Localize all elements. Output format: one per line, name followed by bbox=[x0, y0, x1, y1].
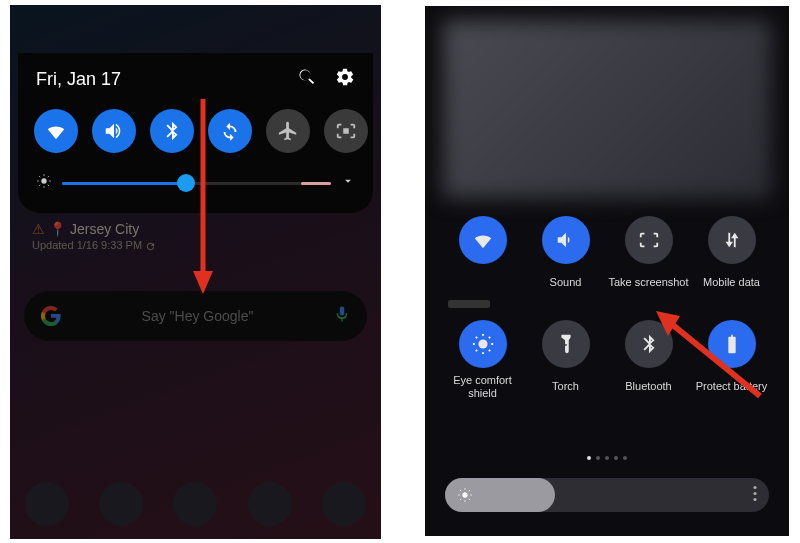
svg-point-6 bbox=[753, 486, 756, 489]
tile-label: Torch bbox=[552, 374, 579, 400]
screenrecord-tile[interactable] bbox=[324, 109, 368, 153]
tile-label: Mobile data bbox=[703, 270, 760, 296]
quicksettings-panel[interactable]: Fri, Jan 17 bbox=[18, 53, 373, 213]
qs-date[interactable]: Fri, Jan 17 bbox=[36, 69, 121, 90]
tile-label: Take screenshot bbox=[608, 270, 688, 296]
sound-tile[interactable]: Sound bbox=[524, 216, 607, 296]
expand-icon[interactable] bbox=[341, 174, 355, 192]
airplane-tile[interactable] bbox=[266, 109, 310, 153]
wifi-icon bbox=[472, 229, 494, 251]
wifi-tile[interactable] bbox=[441, 216, 524, 296]
autorotate-tile[interactable] bbox=[208, 109, 252, 153]
svg-point-1 bbox=[41, 178, 46, 183]
bluetooth-icon bbox=[638, 333, 660, 355]
brightness-icon bbox=[457, 487, 473, 503]
wifi-tile[interactable] bbox=[34, 109, 78, 153]
brightness-low-icon bbox=[36, 173, 52, 193]
brightness-thumb[interactable] bbox=[177, 174, 195, 192]
brightness-slider[interactable] bbox=[445, 478, 769, 512]
left-screenshot: ⚠ 📍 Jersey City Updated 1/16 9:33 PM Say… bbox=[10, 5, 381, 539]
tile-label: Sound bbox=[550, 270, 582, 296]
screenshot-icon bbox=[638, 229, 660, 251]
right-screenshot: Sound Take screenshot Mobile data Eye co… bbox=[425, 6, 789, 536]
tiles-grid: Sound Take screenshot Mobile data Eye co… bbox=[425, 216, 789, 400]
mic-icon[interactable] bbox=[333, 305, 351, 327]
dock-app[interactable] bbox=[99, 482, 143, 526]
torch-icon bbox=[555, 333, 577, 355]
sound-icon bbox=[555, 229, 577, 251]
location-pin-icon: 📍 bbox=[49, 221, 66, 237]
dock bbox=[10, 475, 381, 533]
dock-app[interactable] bbox=[173, 482, 217, 526]
search-icon[interactable] bbox=[297, 67, 317, 91]
google-logo-icon bbox=[40, 305, 62, 327]
battery-icon bbox=[721, 333, 743, 355]
mobiledata-icon bbox=[721, 229, 743, 251]
dock-app[interactable] bbox=[25, 482, 69, 526]
brightness-slider[interactable] bbox=[62, 182, 331, 185]
weather-location: Jersey City bbox=[70, 221, 139, 237]
page-indicator[interactable] bbox=[425, 456, 789, 460]
svg-point-7 bbox=[753, 492, 756, 495]
weather-widget[interactable]: ⚠ 📍 Jersey City Updated 1/16 9:33 PM bbox=[32, 221, 156, 252]
svg-point-8 bbox=[753, 498, 756, 501]
tile-label: Eye comfort shield bbox=[441, 374, 524, 400]
tile-label: Protect battery bbox=[696, 374, 768, 400]
gear-icon[interactable] bbox=[335, 67, 355, 91]
svg-point-4 bbox=[478, 339, 487, 348]
bluetooth-tile[interactable] bbox=[150, 109, 194, 153]
weather-updated: Updated 1/16 9:33 PM bbox=[32, 239, 142, 251]
warning-icon: ⚠ bbox=[32, 221, 45, 237]
google-hint: Say "Hey Google" bbox=[62, 308, 333, 324]
eyecomfort-tile[interactable]: Eye comfort shield bbox=[441, 320, 524, 400]
refresh-icon bbox=[145, 239, 156, 251]
more-icon[interactable] bbox=[753, 486, 757, 505]
media-panel-blurred bbox=[443, 20, 771, 198]
svg-point-5 bbox=[462, 492, 467, 497]
sound-tile[interactable] bbox=[92, 109, 136, 153]
mobiledata-tile[interactable]: Mobile data bbox=[690, 216, 773, 296]
google-search-bar[interactable]: Say "Hey Google" bbox=[24, 291, 367, 341]
torch-tile[interactable]: Torch bbox=[524, 320, 607, 400]
eyecomfort-icon bbox=[472, 333, 494, 355]
screenshot-tile[interactable]: Take screenshot bbox=[607, 216, 690, 296]
tile-label: Bluetooth bbox=[625, 374, 671, 400]
dock-app[interactable] bbox=[248, 482, 292, 526]
wifi-ssid-redacted bbox=[448, 300, 490, 308]
protectbattery-tile[interactable]: Protect battery bbox=[690, 320, 773, 400]
dock-app[interactable] bbox=[322, 482, 366, 526]
bluetooth-tile[interactable]: Bluetooth bbox=[607, 320, 690, 400]
